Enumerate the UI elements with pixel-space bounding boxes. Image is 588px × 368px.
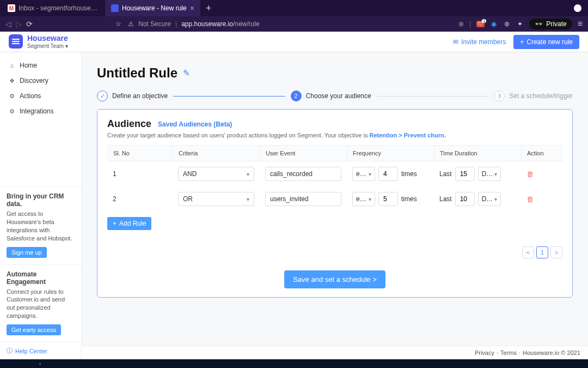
main-content: Untitled Rule ✎ ✓ Define an objective 2 … [82, 52, 588, 359]
sidebar-item-label: Actions [20, 92, 41, 100]
step-number: 2 [291, 91, 302, 101]
chevron-down-icon: ▾ [65, 43, 68, 49]
url-bar[interactable]: ⚠ Not Secure | app.houseware.io/new/rule [128, 20, 452, 28]
comparator-select[interactable]: e… ▾ [352, 167, 375, 181]
sidebar-item-label: Integrations [20, 107, 54, 115]
extension-icon[interactable]: ⊛ [503, 20, 511, 28]
new-tab-button[interactable]: + [200, 0, 217, 16]
sep: · [519, 349, 520, 356]
app-footer: Privacy · Terms · Houseware.io © 2021 [82, 346, 588, 359]
bookmark-icon[interactable]: ☆ [115, 20, 121, 28]
criteria-select[interactable]: OR ▾ [178, 192, 254, 206]
app-header: Houseware Segment Team ▾ ✉ Invite member… [0, 32, 588, 52]
table-row: 1 AND ▾ calls_recorded [107, 161, 562, 186]
extensions-puzzle-icon[interactable]: ✦ [516, 20, 524, 28]
pager-next-button[interactable]: > [550, 246, 562, 258]
delete-row-button[interactable]: 🗑 [526, 170, 534, 178]
sidebar-item-home[interactable]: ⌂ Home [0, 58, 81, 73]
browser-tab-houseware[interactable]: Houseware - New rule × [106, 0, 200, 16]
brand[interactable]: Houseware Segment Team ▾ [9, 34, 68, 49]
browser-addressbar: ◁ ▷ ⟳ ☆ ⚠ Not Secure | app.houseware.io/… [0, 16, 588, 32]
plus-icon: + [113, 220, 117, 227]
select-value: OR [183, 195, 247, 203]
nav-forward-icon[interactable]: ▷ [16, 20, 22, 28]
unit-select[interactable]: D… ▾ [478, 167, 501, 181]
plus-icon: + [520, 38, 524, 46]
profile-icon[interactable] [574, 4, 581, 12]
card-sub-text: Create your target audience based on use… [107, 132, 370, 138]
invite-members-link[interactable]: ✉ Invite members [453, 38, 506, 46]
houseware-logo-icon [9, 34, 23, 49]
save-schedule-button[interactable]: Save and set a schedule > [284, 270, 385, 288]
comparator-select[interactable]: e… ▾ [352, 192, 375, 206]
sidebar-item-integrations[interactable]: ⚙ Integrations [0, 104, 81, 119]
sep: · [497, 349, 498, 356]
reload-icon[interactable]: ⟳ [26, 20, 33, 28]
tab-label: Inbox - segmentforhouseware@gma [19, 4, 100, 12]
event-select[interactable]: calls_recorded [265, 167, 341, 181]
search-icon[interactable]: ⊕ [458, 20, 464, 28]
pager-prev-button[interactable]: < [522, 246, 534, 258]
tab-label: Houseware - New rule [122, 4, 187, 12]
browser-menu-icon[interactable]: ≡ [578, 19, 583, 29]
select-value: AND [183, 170, 247, 178]
criteria-select[interactable]: AND ▾ [178, 167, 254, 181]
sign-me-up-button[interactable]: Sign me up [7, 247, 47, 258]
mail-icon: ✉ [453, 38, 458, 46]
saved-audiences-link[interactable]: Saved Audiences (Beta) [158, 120, 232, 128]
count-input[interactable] [378, 167, 398, 181]
count-input[interactable] [378, 192, 398, 206]
add-rule-button[interactable]: + Add Rule [107, 217, 151, 230]
sidebar-item-actions[interactable]: ⚙ Actions [0, 88, 81, 104]
houseware-favicon-icon [111, 4, 119, 12]
sl-no: 1 [107, 168, 173, 180]
sidebar-item-label: Discovery [20, 77, 48, 85]
nav-back-icon[interactable]: ◁ [5, 20, 11, 28]
create-new-rule-button[interactable]: + Create new rule [513, 35, 579, 49]
chevron-down-icon: ▾ [369, 171, 371, 177]
taskbar-chevron-icon[interactable]: ‹ [39, 361, 41, 367]
col-action: Action [522, 146, 560, 161]
private-label: Private [546, 20, 566, 28]
chevron-down-icon: ▾ [494, 196, 497, 202]
not-secure-label: Not Secure [138, 20, 171, 28]
step-label: Define an objective [112, 92, 168, 100]
audience-table: Sl. No Criteria User Event Frequency Tim… [107, 145, 562, 212]
privacy-link[interactable]: Privacy [475, 349, 494, 356]
extension-icon[interactable]: ◉ [490, 20, 498, 28]
pager-page-button[interactable]: 1 [536, 246, 548, 258]
duration-input[interactable] [455, 192, 475, 206]
get-early-access-button[interactable]: Get early access [7, 324, 61, 335]
chevron-down-icon: ▾ [247, 171, 249, 177]
browser-tab-inbox[interactable]: M Inbox - segmentforhouseware@gma [2, 0, 106, 16]
team-switcher[interactable]: Segment Team ▾ [27, 43, 68, 49]
step-audience[interactable]: 2 Choose your audience [291, 91, 371, 101]
event-select[interactable]: users_invited [265, 192, 341, 206]
sidebar-item-discovery[interactable]: ❖ Discovery [0, 73, 81, 88]
step-schedule[interactable]: 3 Set a schedule/trigger [494, 91, 573, 101]
private-badge: 👓 Private [529, 19, 572, 29]
help-center-link[interactable]: ⓘ Help Center [0, 342, 81, 359]
home-icon: ⌂ [9, 62, 15, 69]
chevron-down-icon: ▾ [247, 196, 249, 202]
select-value: e… [356, 170, 369, 178]
last-label: Last [439, 195, 452, 203]
duration-input[interactable] [455, 167, 475, 181]
step-objective[interactable]: ✓ Define an objective [97, 91, 168, 101]
table-row: 2 OR ▾ users_invited [107, 186, 562, 212]
terms-link[interactable]: Terms [500, 349, 517, 356]
unit-select[interactable]: D… ▾ [478, 192, 501, 206]
step-label: Set a schedule/trigger [509, 92, 573, 100]
shield-badge-icon[interactable]: 🛡1 [476, 21, 485, 27]
promo-title: Automate Engagement [7, 270, 75, 286]
close-icon[interactable]: × [190, 4, 194, 13]
edit-icon[interactable]: ✎ [183, 68, 190, 78]
copyright: Houseware.io © 2021 [523, 349, 580, 356]
promo-crm: Bring in your CRM data. Get access to Ho… [0, 186, 81, 264]
discovery-icon: ❖ [9, 77, 15, 84]
os-taskbar: ‹ [0, 359, 588, 368]
help-label: Help Center [15, 348, 47, 354]
chevron-down-icon: ▾ [494, 171, 497, 177]
delete-row-button[interactable]: 🗑 [526, 195, 534, 203]
objective-link[interactable]: Retention > Prevent churn. [370, 132, 446, 138]
